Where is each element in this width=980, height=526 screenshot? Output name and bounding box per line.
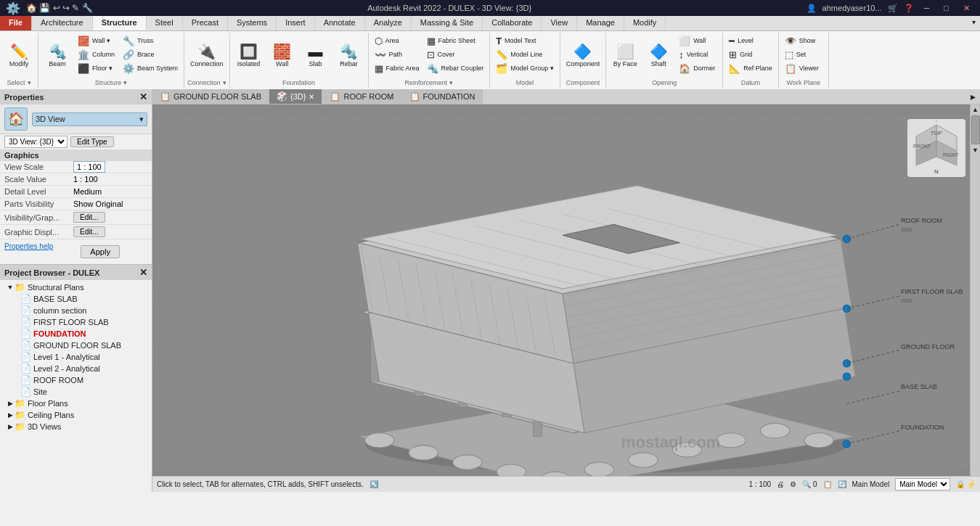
btn-by-face[interactable]: ⬜ By Face [609,34,641,78]
win-min[interactable]: ─ [920,4,934,12]
tab-analyze[interactable]: Analyze [365,16,412,30]
win-close[interactable]: ✕ [959,4,974,13]
tab-systems[interactable]: Systems [228,16,277,30]
tab-3d[interactable]: 🎲 {3D} ✕ [269,89,322,104]
prop-type-dropdown[interactable]: 3D View ▾ [32,112,147,126]
btn-cover[interactable]: ⊡ Cover [424,48,487,61]
svg-point-7 [453,455,482,469]
roof-room-tab-icon: 📋 [330,91,340,102]
prop-val-visibility[interactable]: Edit... [69,210,152,225]
btn-rebar[interactable]: 🔩 Rebar [333,34,365,78]
tab-annotate[interactable]: Annotate [315,16,365,30]
edit-type-button[interactable]: Edit Type [70,136,114,147]
tab-precast[interactable]: Precast [183,16,228,30]
btn-level[interactable]: ━ Level [726,34,775,47]
settings-icon[interactable]: ⚙ [790,480,796,488]
print-icon[interactable]: 🖨 [777,480,784,488]
btn-viewer[interactable]: 📋 Viewer [782,62,825,75]
tab-manage[interactable]: Manage [577,16,624,30]
tree-item-site[interactable]: 📄 Site [0,386,152,398]
tree-item-foundation[interactable]: 📄 FOUNDATION [0,328,152,340]
tree-item-column-section[interactable]: 📄 column section [0,305,152,316]
btn-ref-plane[interactable]: 📐 Ref Plane [726,62,775,75]
btn-connection[interactable]: 🔌 Connection [187,34,226,78]
tree-toggle-floor[interactable]: ▶ [6,400,15,407]
tab-architecture[interactable]: Architecture [32,16,93,30]
btn-column[interactable]: 🏛️ Column [75,48,118,61]
navigation-cube[interactable]: TOP FRONT RIGHT N ↑ [907,119,965,177]
tree-item-level2[interactable]: 📄 Level 2 - Analytical [0,363,152,374]
btn-vertical[interactable]: ↕️ Vertical [676,48,719,61]
tree-toggle-ceiling[interactable]: ▶ [6,411,15,419]
tab-scroll-arrow[interactable]: ▸ [966,91,980,102]
btn-truss[interactable]: 🔧 Truss [120,34,181,47]
tab-structure[interactable]: Structure [93,16,147,30]
btn-isolated[interactable]: 🔲 Isolated [233,34,265,78]
btn-fabric-sheet[interactable]: ▦ Fabric Sheet [424,34,487,47]
btn-fabric-area[interactable]: ▦ Fabric Area [372,62,422,75]
tab-massing[interactable]: Massing & Site [412,16,483,30]
tree-item-ground-floor[interactable]: 📄 GROUND FLOOR SLAB [0,340,152,351]
tab-options[interactable]: ▾ [968,16,980,30]
grid-label: Grid [740,51,752,58]
tree-item-roof-room[interactable]: 📄 ROOF ROOM [0,374,152,386]
tab-insert[interactable]: Insert [277,16,315,30]
group-structure-label: Structure ▾ [95,78,128,86]
viewport-scrollbar[interactable]: ▲ ▼ [970,104,980,476]
properties-help-link[interactable]: Properties help [4,242,53,261]
tree-item-floor-plans[interactable]: ▶ 📁 Floor Plans [0,398,152,409]
properties-close[interactable]: ✕ [139,91,147,102]
btn-beam[interactable]: 🔩 Beam [41,34,73,78]
tree-toggle-3d[interactable]: ▶ [6,423,15,430]
3d-tab-close[interactable]: ✕ [309,93,314,101]
btn-set[interactable]: ⬚ Set [782,48,825,61]
btn-show[interactable]: 👁️ Show [782,34,825,47]
btn-floor[interactable]: ⬛ Floor ▾ [75,62,118,75]
tree-item-level1[interactable]: 📄 Level 1 - Analytical [0,351,152,363]
btn-beam-system[interactable]: ⚙️ Beam System [120,62,181,75]
tree-item-first-floor[interactable]: 📄 FIRST FLOOR SLAB [0,316,152,328]
scrollbar-thumb[interactable] [971,115,980,144]
tab-foundation[interactable]: 📋 FOUNDATION [402,89,483,104]
tab-view[interactable]: View [542,16,577,30]
prop-val-view-scale[interactable]: 1 : 100 [69,161,152,173]
btn-grid[interactable]: ⊞ Grid [726,48,775,61]
tab-collaborate[interactable]: Collaborate [483,16,542,30]
view-selector[interactable]: 3D View: {3D} [4,136,68,148]
btn-rebar-coupler[interactable]: 🔩 Rebar Coupler [424,62,487,75]
tab-file[interactable]: File [0,16,32,30]
scroll-down-arrow[interactable]: ▼ [971,145,980,155]
tab-ground-floor-slab[interactable]: 📋 GROUND FLOOR SLAB [152,89,269,104]
tree-item-structural-plans[interactable]: ▼ 📁 Structural Plans [0,282,152,293]
btn-wall-opening[interactable]: ⬜ Wall [676,34,719,47]
btn-model-line[interactable]: 📏 Model Line [493,48,557,61]
btn-slab[interactable]: ▬ Slab [300,34,332,78]
tab-roof-room[interactable]: 📋 ROOF ROOM [322,89,401,104]
btn-area[interactable]: ⬡ Area [372,34,422,47]
btn-shaft[interactable]: 🔷 Shaft [642,34,674,78]
tab-steel[interactable]: Steel [147,16,183,30]
btn-path[interactable]: 〰️ Path [372,48,422,61]
scroll-up-arrow[interactable]: ▲ [971,104,980,115]
btn-wall-found[interactable]: 🧱 Wall [266,34,298,78]
model-selector[interactable]: Main Model [895,478,950,490]
prop-val-graphic[interactable]: Edit... [69,225,152,239]
sync-icon[interactable]: 🔄 [838,480,846,488]
btn-model-text[interactable]: T Model Text [493,34,557,47]
apply-button[interactable]: Apply [81,245,120,258]
btn-dormer[interactable]: 🏠 Dormer [676,62,719,75]
worksets-icon[interactable]: 📋 [823,480,832,488]
tree-toggle-structural[interactable]: ▼ [6,284,15,291]
3d-viewport[interactable]: ROOF ROOM 3500 FIRST FLOOR SLAB 0000 GRO… [152,104,980,476]
tab-modify[interactable]: Modify [624,16,666,30]
tree-item-base-slab[interactable]: 📄 BASE SLAB [0,293,152,305]
tree-item-ceiling-plans[interactable]: ▶ 📁 Ceiling Plans [0,409,152,421]
btn-modify[interactable]: ✏️ Modify [3,34,35,78]
btn-component[interactable]: 🔷 Component [563,34,603,78]
btn-model-group[interactable]: 🗂️ Model Group ▾ [493,62,557,75]
btn-wall[interactable]: 🧱 Wall ▾ [75,34,118,47]
win-max[interactable]: □ [939,4,953,12]
project-browser-close[interactable]: ✕ [139,267,147,278]
tree-item-3d-views[interactable]: ▶ 📁 3D Views [0,421,152,432]
btn-brace[interactable]: 🔗 Brace [120,48,181,61]
